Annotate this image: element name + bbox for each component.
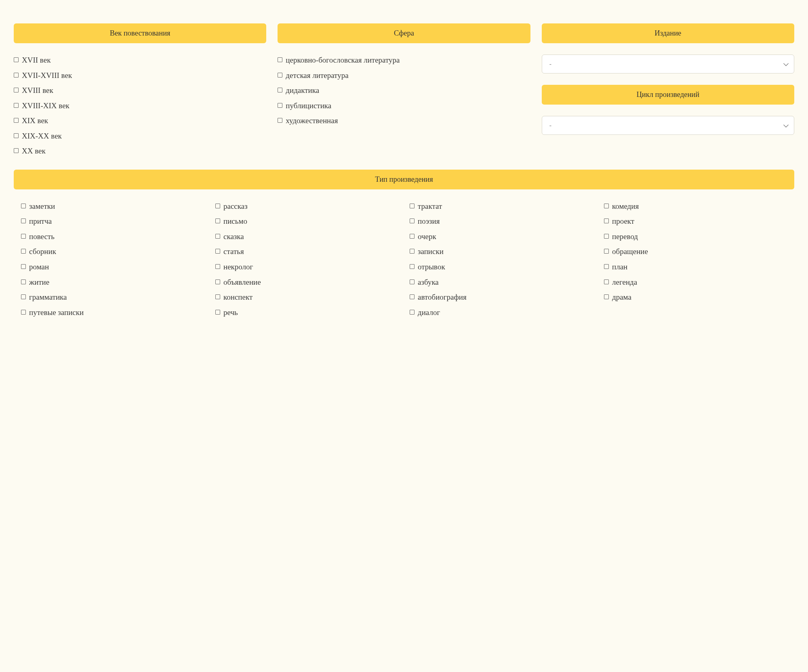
work-type-option[interactable]: диалог (410, 307, 593, 318)
checkbox-icon[interactable] (215, 218, 220, 223)
century-option[interactable]: XIX век (14, 115, 266, 126)
work-type-option[interactable]: очерк (410, 231, 593, 242)
checkbox-icon[interactable] (14, 73, 19, 78)
work-type-option[interactable]: заметки (21, 201, 204, 212)
checkbox-icon[interactable] (21, 264, 26, 269)
sphere-option[interactable]: дидактика (278, 85, 530, 96)
work-type-option[interactable]: некролог (215, 261, 398, 273)
checkbox-icon[interactable] (21, 234, 26, 239)
sphere-header: Сфера (278, 23, 530, 43)
sphere-option[interactable]: художественная (278, 115, 530, 126)
work-type-option[interactable]: роман (21, 261, 204, 273)
work-type-option[interactable]: поэзия (410, 216, 593, 227)
work-type-option[interactable]: письмо (215, 216, 398, 227)
checkbox-icon[interactable] (215, 294, 220, 299)
checkbox-icon[interactable] (14, 103, 19, 108)
checkbox-icon[interactable] (604, 204, 609, 208)
work-type-option[interactable]: притча (21, 216, 204, 227)
checkbox-icon[interactable] (14, 133, 19, 138)
work-type-header: Тип произведения (14, 170, 794, 189)
checkbox-icon[interactable] (21, 294, 26, 299)
checkbox-icon[interactable] (14, 57, 19, 62)
checkbox-icon[interactable] (215, 264, 220, 269)
century-option[interactable]: XIX-XX век (14, 130, 266, 142)
checkbox-icon[interactable] (21, 218, 26, 223)
checkbox-icon[interactable] (410, 218, 415, 223)
checkbox-icon[interactable] (278, 103, 282, 108)
century-option-label: XVIII-XIX век (22, 100, 69, 111)
checkbox-icon[interactable] (21, 204, 26, 208)
work-type-option[interactable]: повесть (21, 231, 204, 242)
checkbox-icon[interactable] (410, 310, 415, 315)
checkbox-icon[interactable] (14, 148, 19, 153)
sphere-option[interactable]: детская литература (278, 70, 530, 81)
checkbox-icon[interactable] (215, 204, 220, 208)
checkbox-icon[interactable] (21, 249, 26, 254)
work-type-option[interactable]: азбука (410, 277, 593, 288)
work-type-option[interactable]: сказка (215, 231, 398, 242)
checkbox-icon[interactable] (278, 88, 282, 92)
work-type-option[interactable]: рассказ (215, 201, 398, 212)
sphere-option[interactable]: публицистика (278, 100, 530, 111)
work-type-option[interactable]: статья (215, 246, 398, 257)
sphere-option-label: церковно-богословская литература (286, 55, 400, 66)
work-type-option[interactable]: житие (21, 277, 204, 288)
work-type-option[interactable]: проект (604, 216, 787, 227)
checkbox-icon[interactable] (215, 249, 220, 254)
checkbox-icon[interactable] (215, 234, 220, 239)
work-type-option[interactable]: конспект (215, 292, 398, 303)
checkbox-icon[interactable] (21, 310, 26, 315)
checkbox-icon[interactable] (215, 310, 220, 315)
century-option[interactable]: XVIII-XIX век (14, 100, 266, 111)
century-option-label: XVIII век (22, 85, 53, 96)
work-type-option[interactable]: речь (215, 307, 398, 318)
work-type-option[interactable]: обращение (604, 246, 787, 257)
checkbox-icon[interactable] (14, 88, 19, 92)
work-type-option[interactable]: путевые записки (21, 307, 204, 318)
work-type-option-label: рассказ (223, 201, 248, 212)
checkbox-icon[interactable] (410, 294, 415, 299)
checkbox-icon[interactable] (410, 279, 415, 284)
work-type-option[interactable]: драма (604, 292, 787, 303)
work-type-option[interactable]: перевод (604, 231, 787, 242)
work-type-option[interactable]: комедия (604, 201, 787, 212)
century-option[interactable]: XVII-XVIII век (14, 70, 266, 81)
checkbox-icon[interactable] (21, 279, 26, 284)
century-option[interactable]: XX век (14, 145, 266, 157)
checkbox-icon[interactable] (410, 204, 415, 208)
work-type-grid: заметки притча повесть сборник роман жит… (14, 201, 794, 318)
work-type-section: Тип произведения заметки притча повесть … (14, 170, 794, 318)
checkbox-icon[interactable] (604, 218, 609, 223)
work-type-option[interactable]: трактат (410, 201, 593, 212)
century-option[interactable]: XVII век (14, 55, 266, 66)
work-type-option-label: комедия (612, 201, 639, 212)
work-type-option[interactable]: грамматика (21, 292, 204, 303)
checkbox-icon[interactable] (278, 57, 282, 62)
checkbox-icon[interactable] (410, 234, 415, 239)
cycle-select[interactable]: - (542, 116, 794, 135)
checkbox-icon[interactable] (278, 118, 282, 123)
sphere-option[interactable]: церковно-богословская литература (278, 55, 530, 66)
work-type-option[interactable]: сборник (21, 246, 204, 257)
checkbox-icon[interactable] (604, 294, 609, 299)
edition-header: Издание (542, 23, 794, 43)
work-type-option-label: притча (29, 216, 52, 227)
checkbox-icon[interactable] (14, 118, 19, 123)
work-type-option[interactable]: автобиография (410, 292, 593, 303)
checkbox-icon[interactable] (215, 279, 220, 284)
checkbox-icon[interactable] (604, 279, 609, 284)
century-option[interactable]: XVIII век (14, 85, 266, 96)
edition-select[interactable]: - (542, 55, 794, 74)
work-type-option[interactable]: легенда (604, 277, 787, 288)
work-type-option[interactable]: отрывок (410, 261, 593, 273)
checkbox-icon[interactable] (410, 264, 415, 269)
checkbox-icon[interactable] (410, 249, 415, 254)
work-type-option[interactable]: записки (410, 246, 593, 257)
checkbox-icon[interactable] (604, 249, 609, 254)
work-type-option-label: заметки (29, 201, 55, 212)
work-type-option[interactable]: план (604, 261, 787, 273)
checkbox-icon[interactable] (604, 234, 609, 239)
checkbox-icon[interactable] (604, 264, 609, 269)
checkbox-icon[interactable] (278, 73, 282, 78)
work-type-option[interactable]: объявление (215, 277, 398, 288)
